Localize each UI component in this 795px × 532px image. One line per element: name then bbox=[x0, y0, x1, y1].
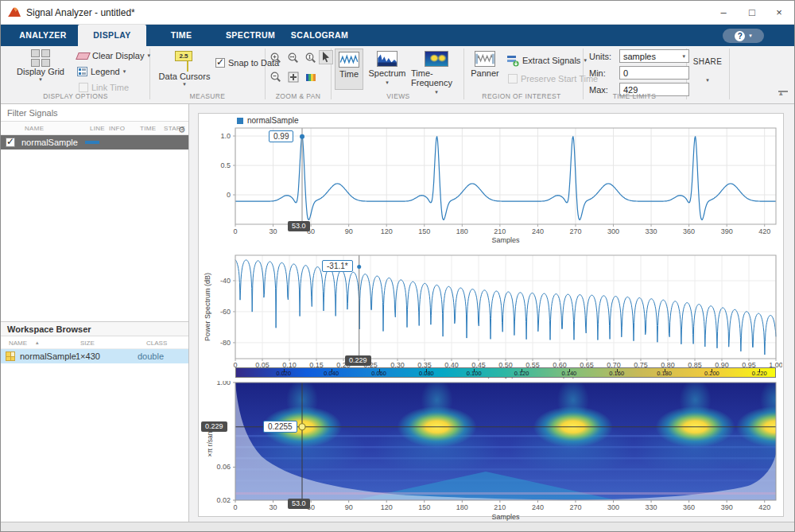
scalogram-colorbar: 0.0200.0400.0600.0800.1000.1200.1400.160… bbox=[235, 367, 776, 378]
extract-signals-label: Extract Signals bbox=[522, 56, 580, 65]
tick-label: 390 bbox=[721, 503, 733, 511]
chevron-down-icon: ▾ bbox=[386, 80, 389, 86]
tick-label: 0.5 bbox=[220, 161, 231, 169]
tick-label: 0.06 bbox=[216, 463, 231, 471]
colorbar-tick-label: 0.120 bbox=[514, 370, 529, 377]
chevron-down-icon: ▾ bbox=[682, 53, 685, 60]
scalogram-y-cursor-tag[interactable]: 0.229 bbox=[201, 421, 227, 432]
time-frequency-view-button[interactable]: Time-Frequency ▾ bbox=[411, 49, 462, 95]
signal-name: normalSample bbox=[21, 138, 83, 147]
zoom-out-icon[interactable] bbox=[270, 71, 284, 85]
colorbar-tick-label: 0.060 bbox=[371, 370, 386, 377]
display-grid-icon bbox=[31, 49, 50, 67]
filter-signals-input[interactable] bbox=[1, 104, 188, 122]
minimize-icon[interactable]: – bbox=[710, 1, 737, 25]
display-grid-button[interactable]: Display Grid ▾ bbox=[12, 49, 69, 83]
eraser-icon bbox=[76, 52, 91, 60]
variable-icon bbox=[6, 351, 15, 361]
signal-table-header: NAME LINE INFO TIME START ⚙ bbox=[1, 122, 188, 135]
pan-icon[interactable] bbox=[287, 71, 301, 85]
spectrum-view-button[interactable]: Spectrum ▾ bbox=[366, 49, 408, 86]
time-frequency-view-icon bbox=[425, 51, 448, 67]
zoom-in-icon[interactable] bbox=[270, 52, 284, 66]
tick-label: 330 bbox=[646, 503, 657, 511]
link-time-checkbox[interactable]: Link Time bbox=[79, 83, 129, 92]
preserve-start-time-checkbox[interactable]: Preserve Start Time bbox=[508, 74, 598, 83]
gear-icon[interactable]: ⚙ bbox=[178, 125, 186, 135]
tab-time[interactable]: TIME bbox=[147, 25, 215, 46]
clear-display-label: Clear Display bbox=[92, 51, 144, 60]
signal-checkbox[interactable] bbox=[6, 138, 15, 147]
spectrum-cursor-tag[interactable]: 0.229 bbox=[345, 355, 371, 366]
section-label-views: VIEWS bbox=[343, 92, 454, 100]
colorbar-tick-label: 0.140 bbox=[561, 370, 576, 377]
tick-label: 270 bbox=[569, 227, 581, 235]
min-label: Min: bbox=[589, 68, 616, 78]
match-colors-icon[interactable] bbox=[304, 71, 319, 85]
scalogram-cursor-value[interactable]: 0.2255 bbox=[263, 421, 297, 433]
units-select[interactable]: samples ▾ bbox=[619, 49, 689, 63]
maximize-icon[interactable]: □ bbox=[739, 1, 766, 25]
time-cursor-value[interactable]: 0.99 bbox=[269, 130, 293, 142]
tick-label: -40 bbox=[220, 277, 231, 285]
time-view-button[interactable]: Time bbox=[335, 49, 363, 90]
ws-col-class[interactable]: CLASS bbox=[146, 340, 167, 347]
panner-button[interactable]: Panner bbox=[468, 49, 502, 78]
min-field[interactable] bbox=[619, 66, 689, 80]
scalogram-plot[interactable]: 0306090120150180210240270300330360390420… bbox=[200, 381, 782, 522]
share-button[interactable]: SHARE ▾ bbox=[691, 57, 724, 83]
data-cursors-button[interactable]: 2.5 Data Cursors ▾ bbox=[158, 49, 211, 87]
tick-label: 0 bbox=[227, 191, 231, 199]
colorbar-tick-label: 0.200 bbox=[704, 370, 719, 377]
pointer-icon[interactable] bbox=[319, 50, 333, 64]
section-label-measure: MEASURE bbox=[160, 92, 255, 100]
chevron-down-icon: ▾ bbox=[183, 81, 186, 87]
tick-label: 120 bbox=[381, 227, 393, 235]
colorbar-tick-label: 0.020 bbox=[276, 370, 291, 377]
colorbar-tick-label: 0.160 bbox=[609, 370, 624, 377]
workspace-row-normalsample[interactable]: normalSample 1×430 double bbox=[1, 349, 188, 363]
clear-display-button[interactable]: Clear Display ▾ bbox=[77, 51, 150, 60]
title-bar: Signal Analyzer - untitled* – □ × bbox=[1, 1, 794, 25]
zoom-x-icon[interactable] bbox=[287, 52, 301, 66]
tick-label: 210 bbox=[494, 227, 506, 235]
ws-col-name[interactable]: NAME bbox=[9, 340, 27, 347]
spectrum-plot[interactable]: 00.050.100.150.200.250.300.350.400.450.5… bbox=[200, 246, 782, 379]
tick-label: 1.0 bbox=[220, 132, 231, 140]
colorbar-tick-label: 0.040 bbox=[324, 370, 339, 377]
ws-col-size[interactable]: SIZE bbox=[80, 340, 95, 347]
plot-legend: normalSample bbox=[237, 116, 298, 125]
matlab-logo-icon bbox=[8, 6, 21, 18]
colorbar-tick-label: 0.080 bbox=[419, 370, 434, 377]
zoom-y-icon[interactable] bbox=[304, 52, 319, 66]
time-cursor-tag[interactable]: 53.0 bbox=[288, 221, 310, 231]
scalogram-x-cursor-tag[interactable]: 53.0 bbox=[288, 499, 310, 509]
legend-label: normalSample bbox=[247, 116, 298, 125]
tick-label: 420 bbox=[758, 503, 770, 511]
signal-panel: NAME LINE INFO TIME START ⚙ normalSample… bbox=[1, 104, 189, 522]
tick-label: 180 bbox=[456, 227, 468, 235]
tab-spectrum[interactable]: SPECTRUM bbox=[216, 25, 285, 46]
legend-button[interactable]: Legend ▾ bbox=[77, 67, 126, 76]
workspace-header: NAME ▴ SIZE CLASS bbox=[1, 336, 188, 349]
chevron-down-icon: ▾ bbox=[123, 68, 126, 75]
tick-label: 0 bbox=[233, 503, 237, 511]
col-time: TIME bbox=[140, 125, 156, 132]
share-label: SHARE bbox=[691, 57, 724, 66]
tick-label: 90 bbox=[345, 503, 353, 511]
tick-label: 30 bbox=[270, 503, 277, 511]
signal-row-normalsample[interactable]: normalSample bbox=[1, 135, 188, 150]
help-button[interactable]: ? ▾ bbox=[723, 29, 764, 43]
spectrum-cursor-value[interactable]: -31.1* bbox=[322, 260, 353, 272]
window-title: Signal Analyzer - untitled* bbox=[26, 7, 135, 18]
extract-signals-button[interactable]: Extract Signals ▾ bbox=[506, 54, 587, 67]
section-label-zoom-pan: ZOOM & PAN bbox=[268, 92, 328, 100]
tick-label: 300 bbox=[607, 227, 619, 235]
toolstrip-tabs: ANALYZERDISPLAYTIMESPECTRUMSCALOGRAM ? ▾ bbox=[1, 25, 794, 46]
legend-swatch bbox=[237, 118, 243, 124]
close-icon[interactable]: × bbox=[766, 1, 793, 25]
collapse-ribbon-button[interactable] bbox=[778, 91, 788, 99]
tab-scalogram[interactable]: SCALOGRAM bbox=[285, 25, 354, 46]
tab-display[interactable]: DISPLAY bbox=[78, 25, 146, 46]
tab-analyzer[interactable]: ANALYZER bbox=[9, 25, 77, 46]
